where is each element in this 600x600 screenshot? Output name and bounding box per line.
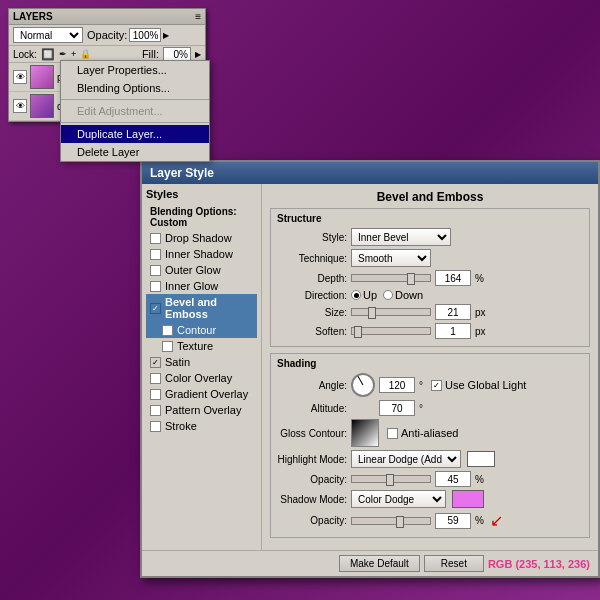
shadow-color-swatch[interactable]: [452, 490, 484, 508]
highlight-opacity-input[interactable]: [435, 471, 471, 487]
shadow-mode-label: Shadow Mode:: [277, 494, 347, 505]
direction-up-radio[interactable]: Up: [351, 289, 377, 301]
shadow-opacity-thumb[interactable]: [396, 516, 404, 528]
direction-up-label: Up: [363, 289, 377, 301]
global-light-row: Use Global Light: [431, 379, 526, 391]
style-select[interactable]: Inner Bevel: [351, 228, 451, 246]
angle-unit: °: [419, 380, 423, 391]
style-gradient-overlay[interactable]: Gradient Overlay: [146, 386, 257, 402]
layer-thumb-2: [30, 94, 54, 118]
menu-item-edit-adjustment: Edit Adjustment...: [61, 102, 209, 120]
layer-thumb-1: [30, 65, 54, 89]
size-unit: px: [475, 307, 486, 318]
soften-slider[interactable]: [351, 327, 431, 335]
lock-icon1[interactable]: 🔲: [41, 48, 55, 61]
highlight-opacity-thumb[interactable]: [386, 474, 394, 486]
depth-slider-thumb[interactable]: [407, 273, 415, 285]
anti-aliased-row: Anti-aliased: [387, 427, 458, 439]
direction-up-btn[interactable]: [351, 290, 361, 300]
layers-panel-menu-icon[interactable]: ≡: [195, 11, 201, 22]
altitude-row: Altitude: °: [277, 400, 583, 416]
global-light-label: Use Global Light: [445, 379, 526, 391]
menu-divider-2: [61, 122, 209, 123]
direction-down-radio[interactable]: Down: [383, 289, 423, 301]
menu-item-blending-options[interactable]: Blending Options...: [61, 79, 209, 97]
shadow-mode-select[interactable]: Color Dodge: [351, 490, 446, 508]
size-slider[interactable]: [351, 308, 431, 316]
technique-select[interactable]: Smooth: [351, 249, 431, 267]
style-satin[interactable]: Satin: [146, 354, 257, 370]
menu-item-duplicate-layer[interactable]: Duplicate Layer...: [61, 125, 209, 143]
style-blending-options[interactable]: Blending Options: Custom: [146, 204, 257, 230]
lock-icon3[interactable]: +: [71, 49, 76, 59]
style-pattern-overlay[interactable]: Pattern Overlay: [146, 402, 257, 418]
lock-icon4[interactable]: 🔒: [80, 49, 91, 59]
color-overlay-checkbox[interactable]: [150, 373, 161, 384]
style-texture[interactable]: Texture: [146, 338, 257, 354]
opacity-input[interactable]: [129, 28, 161, 42]
style-drop-shadow[interactable]: Drop Shadow: [146, 230, 257, 246]
soften-unit: px: [475, 326, 486, 337]
highlight-opacity-label: Opacity:: [277, 474, 347, 485]
context-menu: Layer Properties... Blending Options... …: [60, 60, 210, 162]
style-stroke[interactable]: Stroke: [146, 418, 257, 434]
style-color-overlay[interactable]: Color Overlay: [146, 370, 257, 386]
gloss-contour-preview[interactable]: [351, 419, 379, 447]
style-contour[interactable]: Contour: [146, 322, 257, 338]
style-bevel-emboss[interactable]: Bevel and Emboss: [146, 294, 257, 322]
reset-button[interactable]: Reset: [424, 555, 484, 572]
gradient-overlay-checkbox[interactable]: [150, 389, 161, 400]
dialog-left-panel: Styles Blending Options: Custom Drop Sha…: [142, 184, 262, 550]
inner-shadow-checkbox[interactable]: [150, 249, 161, 260]
shadow-opacity-slider[interactable]: [351, 517, 431, 525]
dialog-right-panel: Bevel and Emboss Structure Style: Inner …: [262, 184, 598, 550]
soften-slider-thumb[interactable]: [354, 326, 362, 338]
style-inner-shadow[interactable]: Inner Shadow: [146, 246, 257, 262]
inner-glow-label: Inner Glow: [165, 280, 218, 292]
angle-input[interactable]: [379, 377, 415, 393]
size-row: Size: px: [277, 304, 583, 320]
style-outer-glow[interactable]: Outer Glow: [146, 262, 257, 278]
style-inner-glow[interactable]: Inner Glow: [146, 278, 257, 294]
anti-aliased-checkbox[interactable]: [387, 428, 398, 439]
fill-arrow[interactable]: ▶: [195, 50, 201, 59]
shadow-opacity-input[interactable]: [435, 513, 471, 529]
blend-mode-select[interactable]: Normal: [13, 27, 83, 43]
highlight-color-swatch[interactable]: [467, 451, 495, 467]
contour-checkbox[interactable]: [162, 325, 173, 336]
style-row-label: Style:: [277, 232, 347, 243]
stroke-checkbox[interactable]: [150, 421, 161, 432]
depth-slider[interactable]: [351, 274, 431, 282]
layer-eye-2[interactable]: 👁: [13, 99, 27, 113]
texture-checkbox[interactable]: [162, 341, 173, 352]
outer-glow-checkbox[interactable]: [150, 265, 161, 276]
blending-options-label: Blending Options: Custom: [150, 206, 253, 228]
angle-line: [358, 376, 364, 385]
satin-checkbox[interactable]: [150, 357, 161, 368]
bevel-emboss-checkbox[interactable]: [150, 303, 161, 314]
menu-item-delete-layer[interactable]: Delete Layer: [61, 143, 209, 161]
pattern-overlay-checkbox[interactable]: [150, 405, 161, 416]
layer-eye-1[interactable]: 👁: [13, 70, 27, 84]
altitude-input[interactable]: [379, 400, 415, 416]
menu-item-layer-properties[interactable]: Layer Properties...: [61, 61, 209, 79]
technique-row: Technique: Smooth: [277, 249, 583, 267]
global-light-checkbox[interactable]: [431, 380, 442, 391]
shading-label: Shading: [277, 358, 583, 369]
opacity-arrow[interactable]: ▶: [163, 31, 169, 40]
inner-glow-checkbox[interactable]: [150, 281, 161, 292]
drop-shadow-checkbox[interactable]: [150, 233, 161, 244]
size-input[interactable]: [435, 304, 471, 320]
direction-down-btn[interactable]: [383, 290, 393, 300]
lock-label: Lock:: [13, 49, 37, 60]
highlight-mode-select[interactable]: Linear Dodge (Add): [351, 450, 461, 468]
angle-circle[interactable]: [351, 373, 375, 397]
make-default-button[interactable]: Make Default: [339, 555, 420, 572]
depth-input[interactable]: [435, 270, 471, 286]
highlight-opacity-slider[interactable]: [351, 475, 431, 483]
dialog-footer: Make Default Reset RGB (235, 113, 236): [142, 550, 598, 576]
soften-input[interactable]: [435, 323, 471, 339]
fill-input[interactable]: [163, 47, 191, 61]
lock-icon2[interactable]: ✒: [59, 49, 67, 59]
size-slider-thumb[interactable]: [368, 307, 376, 319]
